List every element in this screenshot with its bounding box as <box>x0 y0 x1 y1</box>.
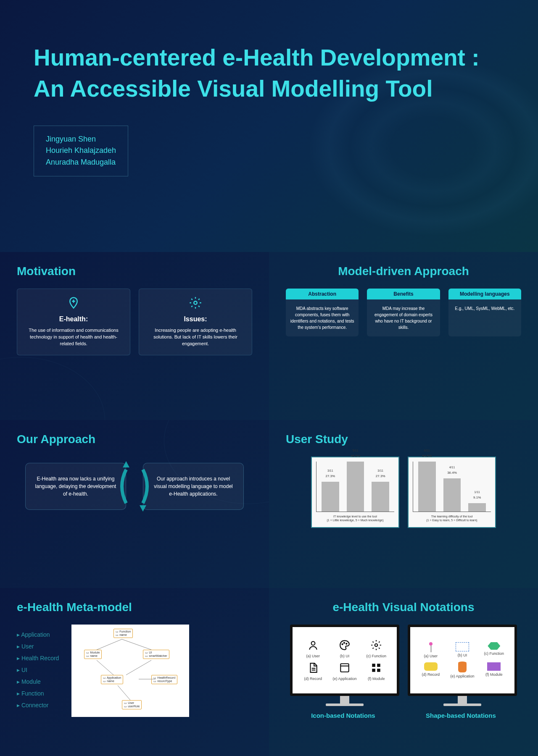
chart-bar: 1/119.1% <box>468 503 486 512</box>
icon-notation-item: (c) Function <box>363 640 390 658</box>
mda-abstraction-header: Abstraction <box>286 289 359 299</box>
svg-rect-14 <box>340 664 349 672</box>
chart1-title: The learning difficulty of the tool <box>413 514 491 518</box>
chart0-subtitle: (1 = Little knowledge, 5 = Much knowledg… <box>316 518 394 522</box>
author-3: Anuradha Madugalla <box>46 157 116 168</box>
metamodel-item: Health Record <box>17 652 59 664</box>
chart-bar: 6/1154.5% <box>418 462 436 512</box>
approach-left-box: E-Health area now lacks a unifying langu… <box>25 463 126 510</box>
notations-heading: e-Health Visual Notations <box>286 601 521 614</box>
motivation-panel: Motivation E-health: The use of informat… <box>0 252 269 420</box>
shape-notation-item: (d) Record <box>417 662 444 678</box>
mda-benefits-body: MDA may increase the engagement of domai… <box>367 299 440 336</box>
icon-caption: Icon-based Notations <box>311 712 375 719</box>
svg-point-13 <box>375 644 378 647</box>
mda-benefits-header: Benefits <box>367 289 440 299</box>
userstudy-panel: User Study 3/1127.3%5/1145.5%3/1127.3% I… <box>269 420 538 588</box>
chart-bar: 3/1127.3% <box>372 482 389 512</box>
shape-notation-item: (e) Application <box>448 662 476 678</box>
chart-it-knowledge: 3/1127.3%5/1145.5%3/1127.3% IT knowledge… <box>311 457 399 528</box>
shape-notation-item: (a) User <box>417 642 444 658</box>
mda-panel: Model-driven Approach Abstraction MDA ab… <box>269 252 538 420</box>
icon-notation-item: (a) User <box>299 640 327 658</box>
metamodel-diagram: ▭ Function▭ name ▭ Module▭ name ▭ UI▭ sm… <box>71 625 189 717</box>
chart-bar: 4/1136.4% <box>443 478 461 512</box>
svg-marker-2 <box>140 505 146 512</box>
metamodel-heading: e-Health Meta-model <box>17 601 252 614</box>
mda-langs-body: E.g., UML, SysML, WebML, etc. <box>448 299 521 318</box>
metamodel-item: Function <box>17 688 59 699</box>
author-2: Hourieh Khalajzadeh <box>46 145 116 157</box>
mda-langs-card: Modelling languages E.g., UML, SysML, We… <box>448 289 521 336</box>
mda-langs-header: Modelling languages <box>448 289 521 299</box>
metamodel-item: Module <box>17 676 59 688</box>
metamodel-item: Connector <box>17 699 59 711</box>
ehealth-title: E-health: <box>25 315 122 323</box>
icon-notations-monitor: (a) User(b) UI(c) Function(d) Record(e) … <box>290 625 399 706</box>
mda-benefits-card: Benefits MDA may increase the engagement… <box>367 289 440 336</box>
mda-abstraction-card: Abstraction MDA abstracts key software c… <box>286 289 359 336</box>
chart-bar: 3/1127.3% <box>322 482 339 512</box>
icon-notation-item: (b) UI <box>331 640 358 658</box>
motivation-heading: Motivation <box>17 265 252 278</box>
svg-point-11 <box>344 643 345 643</box>
svg-line-6 <box>126 660 151 675</box>
metamodel-item: User <box>17 640 59 652</box>
icon-notation-item: (f) Module <box>363 662 390 681</box>
metamodel-list: ApplicationUserHealth RecordUIModuleFunc… <box>17 629 59 717</box>
svg-line-5 <box>97 660 113 675</box>
svg-rect-18 <box>377 669 380 672</box>
chart-bar: 5/1145.5% <box>347 462 364 512</box>
author-1: Jingyuan Shen <box>46 134 116 145</box>
approach-panel: Our Approach E-Health area now lacks a u… <box>0 420 269 588</box>
metamodel-item: Application <box>17 629 59 640</box>
svg-line-4 <box>122 639 151 650</box>
icon-notation-item: (e) Application <box>331 662 358 681</box>
notations-panel: e-Health Visual Notations (a) User(b) UI… <box>269 588 538 756</box>
title-line1: Human-centered e-Health Development : <box>34 45 480 71</box>
svg-marker-1 <box>123 461 129 467</box>
icon-notation-item: (d) Record <box>299 662 327 681</box>
svg-point-12 <box>346 643 347 644</box>
cycle-arrows-icon <box>118 457 151 516</box>
shape-notation-item: (b) UI <box>448 642 476 658</box>
svg-rect-17 <box>372 669 376 672</box>
approach-right-box: Our approach introduces a novel visual m… <box>143 463 244 510</box>
chart-learning-difficulty: 6/1154.5%4/1136.4%1/119.1% The learning … <box>408 457 496 528</box>
gear-icon <box>147 297 244 312</box>
title-section: Human-centered e-Health Development : An… <box>0 0 538 252</box>
shape-notation-item: (c) Function <box>480 642 508 658</box>
svg-point-9 <box>311 641 315 645</box>
authors-box: Jingyuan Shen Hourieh Khalajzadeh Anurad… <box>34 126 128 177</box>
svg-point-10 <box>342 644 343 645</box>
svg-point-0 <box>194 301 197 304</box>
ehealth-body: The use of information and communication… <box>25 327 122 347</box>
pin-icon <box>25 297 122 312</box>
shape-notation-item: (f) Module <box>480 662 508 678</box>
issues-card: Issues: Increasing people are adopting e… <box>139 289 252 355</box>
approach-heading: Our Approach <box>17 433 252 446</box>
ehealth-card: E-health: The use of information and com… <box>17 289 130 355</box>
svg-line-3 <box>97 639 122 650</box>
chart0-title: IT knowledge level to use the tool <box>316 514 394 518</box>
shape-caption: Shape-based Notations <box>426 712 496 719</box>
chart1-subtitle: (1 = Easy to learn, 5 = Difficult to lea… <box>413 518 491 522</box>
svg-rect-15 <box>372 664 376 667</box>
shape-notations-monitor: (a) User(b) UI(c) Function(d) Record(e) … <box>408 625 517 706</box>
issues-body: Increasing people are adopting e-health … <box>147 327 244 347</box>
svg-rect-16 <box>377 664 380 667</box>
metamodel-item: UI <box>17 664 59 676</box>
svg-line-8 <box>118 685 130 700</box>
mda-abstraction-body: MDA abstracts key software components, f… <box>286 299 359 336</box>
issues-title: Issues: <box>147 315 244 323</box>
main-title: Human-centered e-Health Development : An… <box>34 42 504 105</box>
mda-heading: Model-driven Approach <box>286 265 521 278</box>
metamodel-panel: e-Health Meta-model ApplicationUserHealt… <box>0 588 269 756</box>
title-line2: An Accessible Visual Modelling Tool <box>34 76 433 102</box>
userstudy-heading: User Study <box>286 433 521 446</box>
